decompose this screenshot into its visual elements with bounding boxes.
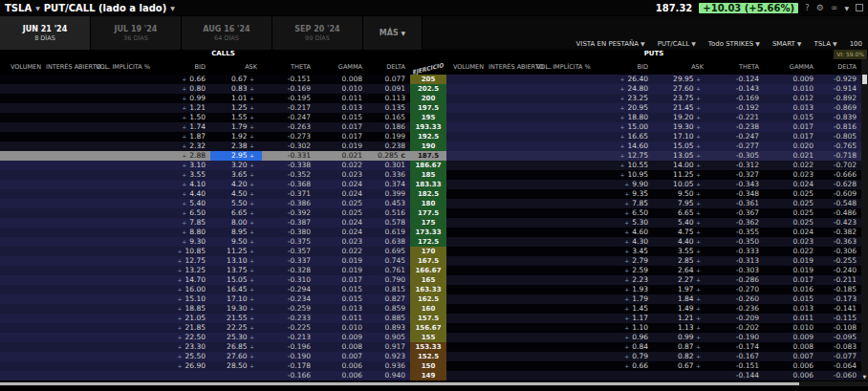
strike-cell[interactable]: 172.5: [410, 237, 446, 247]
call-bid-cell[interactable]: +26.90: [155, 361, 210, 371]
call-bid-cell[interactable]: [155, 371, 210, 380]
call-ask-cell[interactable]: 27.60 +: [210, 352, 262, 361]
strike-cell[interactable]: 166.67: [410, 266, 446, 275]
call-ask-cell[interactable]: 3.65 +: [210, 170, 262, 180]
put-ask-cell[interactable]: 23.75 +: [653, 94, 708, 103]
horizontal-scrollbar[interactable]: [0, 381, 868, 386]
put-ask-cell[interactable]: 2.27 +: [653, 275, 708, 285]
put-ask-cell[interactable]: 0.82 +: [653, 352, 708, 361]
put-bid-cell[interactable]: +0.96: [594, 333, 653, 342]
put-bid-cell[interactable]: +9.90: [594, 180, 653, 189]
symbol-title[interactable]: TSLA: [5, 3, 32, 13]
put-ask-cell[interactable]: [653, 371, 708, 380]
call-ask-cell[interactable]: 25.30 +: [210, 333, 262, 342]
call-bid-cell[interactable]: +14.70: [155, 275, 210, 285]
strike-cell[interactable]: 190: [410, 141, 446, 151]
vertical-scrollbar[interactable]: ▼: [861, 59, 868, 380]
view-toolbar-item-0[interactable]: VISTA EN PESTAÑA▼: [576, 40, 645, 48]
call-bid-cell[interactable]: +21.85: [155, 323, 210, 333]
put-ask-cell[interactable]: 19.20 +: [653, 113, 708, 122]
put-ask-cell[interactable]: 1.84 +: [653, 294, 708, 304]
strike-cell[interactable]: 167.5: [410, 256, 446, 266]
strike-cell[interactable]: 150: [410, 361, 446, 371]
view-toolbar-item-2[interactable]: Todo STRIKES▼: [708, 40, 760, 48]
call-ask-cell[interactable]: 1.55 +: [210, 113, 262, 122]
call-bid-cell[interactable]: +22.50: [155, 333, 210, 342]
call-bid-cell[interactable]: +9.30: [155, 237, 210, 247]
put-bid-cell[interactable]: +2.59: [594, 266, 653, 275]
call-ask-cell[interactable]: 9.50 +: [210, 237, 262, 247]
call-bid-cell[interactable]: +21.05: [155, 314, 210, 323]
put-ask-cell[interactable]: 13.05 +: [653, 151, 708, 161]
strike-cell[interactable]: 197.5: [410, 103, 446, 113]
strike-cell[interactable]: 182.5: [410, 189, 446, 199]
tab-more[interactable]: MÁS ▼: [363, 16, 423, 50]
call-bid-cell[interactable]: +23.30: [155, 342, 210, 352]
tab-expiry-1[interactable]: JUL 19 '2436 DÍAS: [91, 16, 182, 50]
help-icon[interactable]: ?: [805, 3, 810, 12]
call-bid-cell[interactable]: +3.55: [155, 170, 210, 180]
calls-header-ask[interactable]: ASK: [210, 63, 262, 73]
call-bid-cell[interactable]: +2.88: [155, 151, 210, 161]
gear-icon[interactable]: ⚙: [816, 3, 824, 12]
put-ask-cell[interactable]: 9.50 +: [653, 189, 708, 199]
put-bid-cell[interactable]: +24.80: [594, 84, 653, 94]
call-bid-cell[interactable]: +1.87: [155, 132, 210, 141]
put-bid-cell[interactable]: +5.30: [594, 218, 653, 228]
call-ask-cell[interactable]: 1.25 +: [210, 103, 262, 113]
call-bid-cell[interactable]: +8.80: [155, 228, 210, 237]
call-ask-cell[interactable]: 3.20 +: [210, 161, 262, 170]
call-ask-cell[interactable]: 26.85 +: [210, 342, 262, 352]
strike-cell[interactable]: 156.67: [410, 323, 446, 333]
call-bid-cell[interactable]: +7.85: [155, 218, 210, 228]
puts-header-theta[interactable]: THETA: [708, 63, 764, 73]
strike-cell[interactable]: 177.5: [410, 208, 446, 218]
call-bid-cell[interactable]: +4.10: [155, 180, 210, 189]
call-ask-cell[interactable]: 1.79 +: [210, 122, 262, 132]
put-ask-cell[interactable]: 14.00 +: [653, 161, 708, 170]
calls-header-delta[interactable]: DELTA: [367, 63, 410, 73]
put-bid-cell[interactable]: +1.17: [594, 314, 653, 323]
strike-cell[interactable]: 186.67: [410, 161, 446, 170]
puts-header-iv[interactable]: VOL. IMPLÍCITA %: [536, 63, 594, 73]
call-ask-cell[interactable]: 28.50 +: [210, 361, 262, 371]
call-bid-cell[interactable]: +25.50: [155, 352, 210, 361]
put-bid-cell[interactable]: +26.40: [594, 75, 653, 84]
put-ask-cell[interactable]: 11.25 +: [653, 170, 708, 180]
strike-cell[interactable]: 149: [410, 371, 446, 380]
call-ask-cell[interactable]: 1.01 +: [210, 94, 262, 103]
put-bid-cell[interactable]: +1.79: [594, 294, 653, 304]
call-bid-cell[interactable]: +18.85: [155, 304, 210, 314]
view-toolbar-item-4[interactable]: TSLA▼: [814, 40, 836, 48]
put-ask-cell[interactable]: 17.10 +: [653, 132, 708, 141]
call-bid-cell[interactable]: +5.40: [155, 199, 210, 208]
tab-expiry-2[interactable]: AUG 16 '2464 DÍAS: [182, 16, 272, 50]
put-ask-cell[interactable]: 0.99 +: [653, 333, 708, 342]
call-bid-cell[interactable]: +16.00: [155, 285, 210, 294]
call-ask-cell[interactable]: 17.10 +: [210, 294, 262, 304]
call-ask-cell[interactable]: 1.92 +: [210, 132, 262, 141]
strike-cell[interactable]: 183.33: [410, 180, 446, 189]
calls-header-theta[interactable]: THETA: [262, 63, 315, 73]
call-ask-cell[interactable]: 2.95 +: [210, 151, 262, 161]
call-ask-cell[interactable]: 16.45 +: [210, 285, 262, 294]
view-toolbar-item-5[interactable]: 100: [850, 40, 862, 48]
strike-cell[interactable]: 165: [410, 275, 446, 285]
calls-header-gamma[interactable]: GAMMA: [315, 63, 367, 73]
strike-cell[interactable]: 152.5: [410, 352, 446, 361]
puts-header-bid[interactable]: BID: [594, 63, 653, 73]
put-ask-cell[interactable]: 6.65 +: [653, 208, 708, 218]
put-bid-cell[interactable]: +16.65: [594, 132, 653, 141]
call-ask-cell[interactable]: [210, 371, 262, 380]
put-ask-cell[interactable]: 4.75 +: [653, 228, 708, 237]
put-ask-cell[interactable]: 2.64 +: [653, 266, 708, 275]
call-bid-cell[interactable]: +1.50: [155, 113, 210, 122]
strike-cell[interactable]: 160: [410, 304, 446, 314]
call-ask-cell[interactable]: 0.67 +: [210, 75, 262, 84]
expand-icon[interactable]: [856, 4, 863, 11]
scroll-down-icon[interactable]: ▼: [861, 374, 868, 380]
call-ask-cell[interactable]: 0.83 +: [210, 84, 262, 94]
call-ask-cell[interactable]: 8.00 +: [210, 218, 262, 228]
call-ask-cell[interactable]: 2.38 +: [210, 141, 262, 151]
chevron-down-icon[interactable]: ▼: [170, 5, 175, 11]
